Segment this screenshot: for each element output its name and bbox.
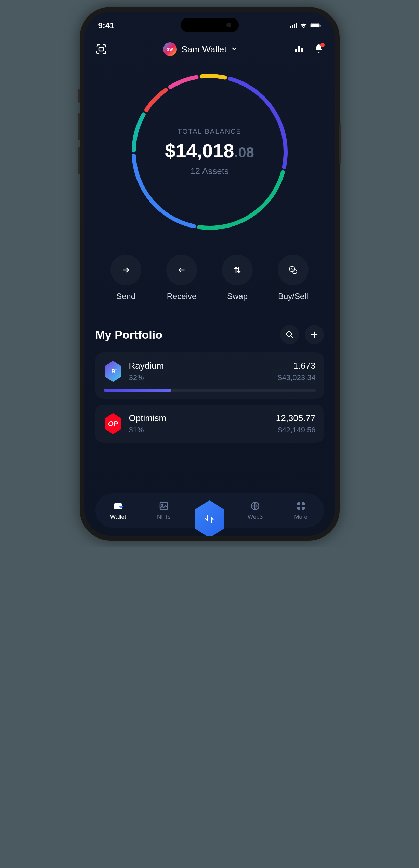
wallet-name: Sam Wallet	[182, 44, 227, 55]
portfolio-header: My Portfolio	[84, 315, 335, 352]
raydium-icon: R	[104, 361, 123, 382]
nav-more[interactable]: More	[278, 501, 324, 520]
assets-count: 12 Assets	[190, 166, 229, 177]
svg-point-12	[115, 368, 116, 370]
allocation-bar	[104, 389, 316, 392]
svg-rect-3	[99, 48, 104, 51]
nav-label: Web3	[248, 514, 263, 520]
buysell-label: Buy/Sell	[278, 292, 308, 301]
svg-rect-14	[119, 506, 123, 508]
app-header: SW Sam Wallet	[84, 36, 335, 63]
coin-fiat: $42,149.56	[276, 426, 316, 435]
volume-button	[78, 89, 80, 103]
nav-label: NFTs	[157, 514, 171, 520]
receive-label: Receive	[167, 292, 197, 301]
portfolio-item[interactable]: R Raydium 32% 1.673 $43,023.34	[95, 352, 324, 399]
wallet-avatar: SW	[163, 42, 177, 56]
svg-rect-4	[295, 49, 297, 52]
grid-icon	[296, 501, 306, 511]
optimism-icon: OP	[104, 413, 123, 435]
send-label: Send	[116, 292, 135, 301]
wallet-selector[interactable]: SW Sam Wallet	[163, 42, 238, 56]
svg-rect-18	[297, 502, 300, 505]
dynamic-island	[181, 18, 239, 32]
coin-name: Raydium	[129, 361, 272, 371]
svg-rect-2	[320, 25, 321, 27]
svg-rect-5	[298, 46, 300, 52]
nav-wallet[interactable]: Wallet	[95, 501, 141, 520]
balance-amount: $14,018.08	[165, 140, 254, 162]
coin-amount: 1.673	[278, 361, 315, 371]
coin-amount: 12,305.77	[276, 413, 316, 424]
scan-icon[interactable]	[95, 43, 107, 55]
bottom-nav: Wallet NFTs Web3	[95, 493, 324, 528]
coin-name: Optimism	[129, 413, 270, 424]
volume-button	[78, 147, 80, 174]
svg-text:R: R	[111, 368, 115, 374]
svg-rect-19	[302, 502, 305, 505]
nav-label: Wallet	[110, 514, 126, 520]
balance-donut-chart: TOTAL BALANCE $14,018.08 12 Assets	[128, 70, 292, 234]
swap-button[interactable]: Swap	[222, 255, 253, 301]
svg-rect-1	[311, 24, 319, 27]
chevron-down-icon	[231, 46, 237, 53]
svg-rect-6	[301, 48, 303, 52]
phone-frame: 9:41 SW Sam Wallet	[80, 7, 340, 541]
svg-rect-21	[302, 507, 305, 510]
swap-label: Swap	[227, 292, 248, 301]
globe-icon	[250, 501, 261, 511]
balance-label: TOTAL BALANCE	[178, 128, 241, 135]
coin-percent: 32%	[129, 373, 272, 382]
power-button	[339, 123, 341, 164]
nav-nfts[interactable]: NFTs	[141, 501, 187, 520]
portfolio-list: R Raydium 32% 1.673 $43,023.34	[84, 352, 335, 443]
status-time: 9:41	[98, 21, 115, 30]
receive-button[interactable]: Receive	[166, 255, 197, 301]
image-icon	[158, 501, 169, 511]
coin-fiat: $43,023.34	[278, 373, 315, 382]
wallet-icon	[113, 501, 123, 511]
svg-text:$: $	[291, 267, 293, 271]
coin-percent: 31%	[129, 426, 270, 435]
battery-icon	[310, 23, 321, 28]
svg-point-16	[162, 504, 163, 505]
notifications-icon[interactable]	[314, 43, 324, 55]
volume-button	[78, 113, 80, 140]
swap-hexagon-icon	[192, 500, 226, 536]
portfolio-title: My Portfolio	[95, 328, 162, 341]
buysell-button[interactable]: $ Buy/Sell	[278, 255, 309, 301]
search-button[interactable]	[280, 325, 299, 344]
wifi-icon	[300, 23, 307, 28]
stats-icon[interactable]	[294, 43, 304, 55]
cellular-signal-icon	[290, 23, 297, 28]
notification-badge	[320, 43, 325, 47]
nav-web3[interactable]: Web3	[232, 501, 278, 520]
add-button[interactable]	[305, 325, 324, 344]
send-button[interactable]: Send	[110, 255, 141, 301]
quick-actions: Send Receive Swap $ Buy/Sell	[84, 248, 335, 315]
portfolio-item[interactable]: OP Optimism 31% 12,305.77 $42,149.56	[95, 405, 324, 443]
nav-label: More	[294, 514, 307, 520]
svg-rect-20	[297, 507, 300, 510]
